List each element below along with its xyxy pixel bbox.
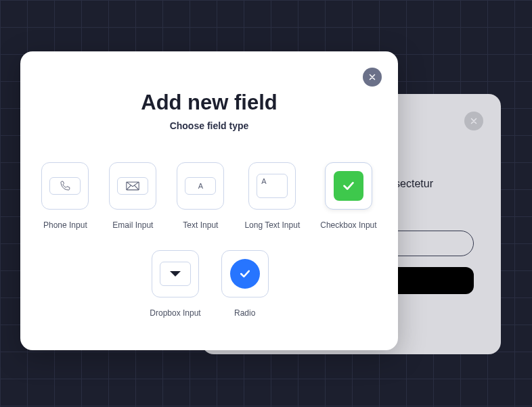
field-box-radio [221,250,269,297]
field-label-checkbox: Checkbox Input [320,220,376,230]
longtext-placeholder-letter: A [261,177,266,185]
field-box-text: A [177,162,224,210]
radio-icon [230,259,260,289]
checkmark-icon [341,178,356,193]
field-box-dropdown [152,250,199,297]
field-option-email[interactable]: Email Input [109,162,156,230]
dropdown-icon-container [160,262,191,286]
email-icon-container [117,177,148,195]
field-box-email [109,162,156,210]
add-field-dialog: Add new field Choose field type Phone In… [20,51,398,350]
field-label-text: Text Input [183,220,218,230]
close-icon [368,73,376,81]
field-option-text[interactable]: A Text Input [177,162,224,230]
field-option-radio[interactable]: Radio [221,250,269,318]
field-label-longtext: Long Text Input [244,220,300,230]
field-option-longtext[interactable]: A Long Text Input [244,162,300,230]
checkmark-icon [238,267,252,281]
field-box-checkbox [325,162,372,210]
longtext-icon-container: A [257,174,288,198]
close-icon [470,117,478,125]
text-icon-container: A [185,177,216,195]
phone-icon-container [49,177,81,195]
dialog-close-button[interactable] [363,68,382,87]
field-box-phone [41,162,89,210]
field-option-checkbox[interactable]: Checkbox Input [320,162,376,230]
text-placeholder-letter: A [198,182,203,190]
dialog-subtitle: Choose field type [20,120,398,131]
field-label-dropdown: Dropbox Input [150,308,200,318]
field-option-dropdown[interactable]: Dropbox Input [150,250,200,318]
checkbox-icon [334,171,363,201]
field-box-longtext: A [248,162,296,210]
phone-icon [59,180,71,192]
field-label-email: Email Input [112,220,153,230]
field-label-phone: Phone Input [43,220,87,230]
field-type-grid: Phone Input Email Input A Text Inp [20,162,398,318]
background-close-button[interactable] [464,112,483,130]
background-placeholder-text: sectetur [395,178,433,190]
field-label-radio: Radio [234,308,255,318]
caret-down-icon [170,271,181,277]
email-icon [126,181,139,191]
dialog-title: Add new field [20,91,398,115]
field-option-phone[interactable]: Phone Input [41,162,89,230]
